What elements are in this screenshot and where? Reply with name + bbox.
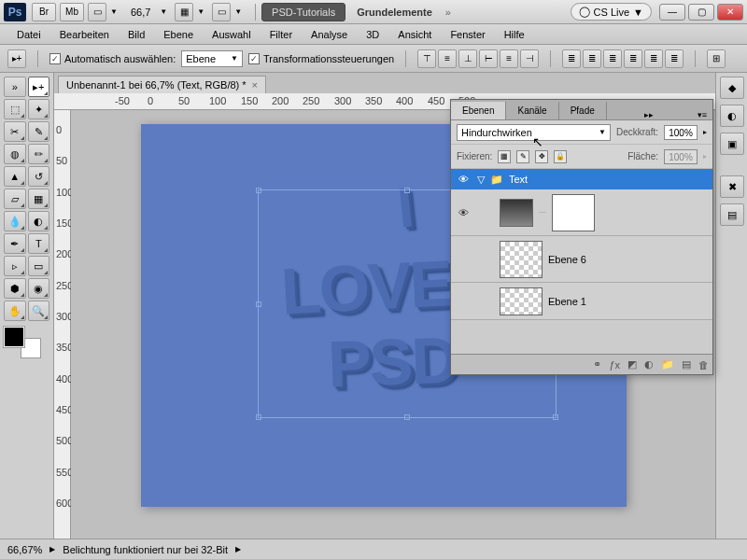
arrange-dropdown[interactable]: ▭▼ [212,3,246,21]
dodge-tool[interactable]: ◐ [28,211,50,231]
align-left-icon[interactable]: ⊢ [479,49,498,68]
menu-filter[interactable]: Filter [261,26,302,43]
3d-tool[interactable]: ⬢ [4,278,26,299]
visibility-toggle-icon[interactable]: 👁 [455,171,472,188]
dist-1-icon[interactable]: ≣ [562,49,581,68]
stamp-tool[interactable]: ▲ [4,166,26,187]
workspace-secondary[interactable]: Grundelemente [351,7,438,18]
type-tool[interactable]: T [28,233,50,254]
transform-handle[interactable] [256,301,261,307]
auto-align-icon[interactable]: ⊞ [707,49,726,68]
transform-controls-check[interactable]: ✓Transformationssteuerungen [248,53,394,64]
layer-row[interactable]: 👁 Ebene 6 [451,236,712,283]
transform-handle[interactable] [553,414,558,420]
color-swatches[interactable] [4,327,41,364]
workspace-more[interactable]: » [438,7,458,18]
layer-thumb[interactable] [500,287,543,315]
transform-handle[interactable] [404,188,410,193]
foreground-color-swatch[interactable] [4,327,24,347]
3d-camera-tool[interactable]: ◉ [28,278,50,299]
new-group-icon[interactable]: 📁 [661,358,674,371]
tab-kanaele[interactable]: Kanäle [506,102,558,119]
dist-3-icon[interactable]: ≣ [603,49,622,68]
layer-group[interactable]: 👁 ▽ 📁 Text [451,169,712,189]
layers-panel[interactable]: Ebenen Kanäle Pfade ▸▸ ▾≡ Hindurchwirken… [450,99,713,375]
close-tab-icon[interactable]: × [252,79,258,91]
panel-icon-styles[interactable]: ▣ [720,133,744,155]
group-name[interactable]: Text [509,174,528,185]
menu-ansicht[interactable]: Ansicht [388,26,441,43]
tab-pfade[interactable]: Pfade [559,102,607,119]
document-tab[interactable]: Unbenannt-1 bei 66,7% (Text, RGB/8) *× [58,76,266,93]
panel-icon-tools[interactable]: ✖ [720,175,744,198]
lock-position-icon[interactable]: ✥ [535,150,548,163]
align-vcenter-icon[interactable]: ≡ [438,49,457,68]
visibility-toggle-icon[interactable]: 👁 [455,204,472,221]
current-tool-icon[interactable]: ▸+ [7,49,26,68]
hand-tool[interactable]: ✋ [4,301,26,321]
crop-tool[interactable]: ✂ [4,121,26,142]
marquee-tool[interactable]: ⬚ [4,99,26,119]
link-layers-icon[interactable]: ⚭ [593,358,601,371]
layer-thumb[interactable] [500,241,543,278]
dist-6-icon[interactable]: ≣ [665,49,684,68]
window-minimize[interactable]: — [659,4,685,21]
auto-select-target[interactable]: Ebene▼ [181,50,243,67]
mask-thumb[interactable] [552,194,595,231]
menu-bearbeiten[interactable]: Bearbeiten [50,26,119,43]
minibridge-button[interactable]: Mb [60,3,84,21]
menu-3d[interactable]: 3D [357,26,388,43]
history-brush-tool[interactable]: ↺ [28,166,50,187]
menu-datei[interactable]: Datei [7,26,50,43]
dist-2-icon[interactable]: ≣ [583,49,601,68]
bridge-button[interactable]: Br [32,3,56,21]
lock-all-icon[interactable]: 🔒 [554,150,567,163]
align-top-icon[interactable]: ⊤ [417,49,436,68]
zoom-tool[interactable]: 🔍 [28,301,50,321]
link-icon[interactable]: 𝄖 [539,207,546,218]
mask-icon[interactable]: ◩ [627,358,637,371]
lock-transparency-icon[interactable]: ▦ [498,150,511,163]
transform-handle[interactable] [404,414,410,420]
menu-fenster[interactable]: Fenster [441,26,494,43]
pen-tool[interactable]: ✒ [4,233,26,254]
eraser-tool[interactable]: ▱ [4,189,26,209]
new-layer-icon[interactable]: ▤ [682,358,691,371]
opacity-flyout-icon[interactable]: ▸ [703,128,707,136]
panel-icon-layers[interactable]: ◆ [720,77,744,99]
screen-mode-dropdown[interactable]: ▭▼ [88,3,121,21]
menu-auswahl[interactable]: Auswahl [203,26,261,43]
transform-handle[interactable] [256,188,261,193]
expand-tool-icon[interactable]: » [4,77,26,97]
eyedropper-tool[interactable]: ✎ [28,121,50,142]
layer-row[interactable]: 👁 Ebene 1 [451,283,712,320]
menu-bild[interactable]: Bild [119,26,154,43]
group-expand-icon[interactable]: ▽ [477,174,485,186]
heal-tool[interactable]: ◍ [4,144,26,164]
dist-4-icon[interactable]: ≣ [624,49,642,68]
layer-row[interactable]: 👁 𝄖 [451,189,712,236]
window-close[interactable]: ✕ [717,4,743,21]
gradient-tool[interactable]: ▦ [28,189,50,209]
path-select-tool[interactable]: ▹ [4,256,26,276]
align-bottom-icon[interactable]: ⊥ [458,49,477,68]
view-extras-dropdown[interactable]: ▦▼ [175,3,208,21]
window-maximize[interactable]: ▢ [688,4,714,21]
brush-tool[interactable]: ✏ [28,144,50,164]
ruler-vertical[interactable]: 0 50 100 150 200 250 300 350 400 450 500… [54,110,71,539]
shape-tool[interactable]: ▭ [28,256,50,276]
wand-tool[interactable]: ✦ [28,99,50,119]
blur-tool[interactable]: 💧 [4,211,26,231]
layer-name[interactable]: Ebene 1 [548,296,586,307]
collapse-panel-icon[interactable]: ▸▸ [639,110,659,119]
zoom-dropdown[interactable]: 66,7▼ [125,7,171,18]
transform-handle[interactable] [256,414,261,420]
panel-icon-adjustments[interactable]: ◐ [720,105,744,127]
dist-5-icon[interactable]: ≣ [644,49,663,68]
align-right-icon[interactable]: ⊣ [520,49,539,68]
cslive-button[interactable]: ◯ CS Live ▼ [571,3,652,21]
layer-name[interactable]: Ebene 6 [548,254,586,265]
menu-ebene[interactable]: Ebene [154,26,203,43]
menu-analyse[interactable]: Analyse [302,26,357,43]
panel-icon-history[interactable]: ▤ [720,203,744,226]
